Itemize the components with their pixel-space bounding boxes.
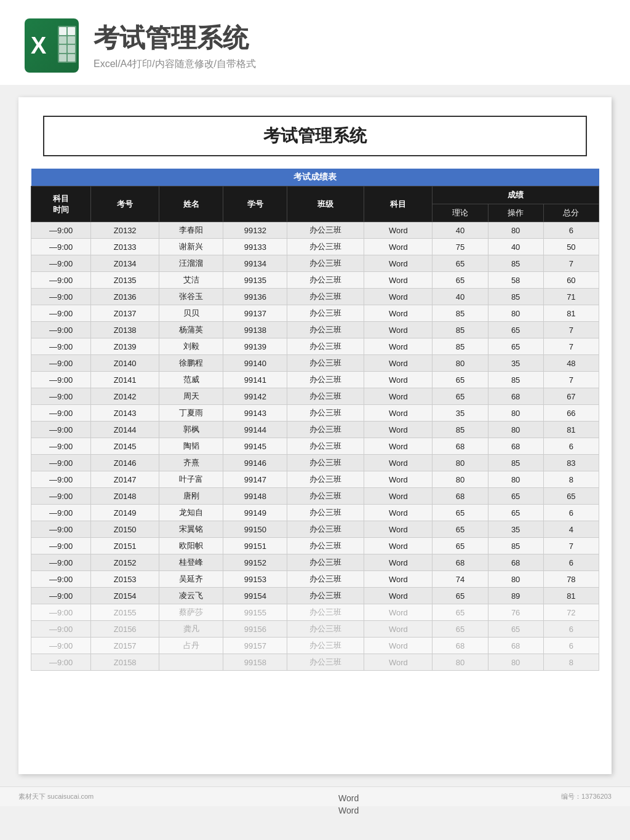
cell-examno: Z0135 — [91, 272, 159, 289]
cell-time: —9:00 — [31, 488, 91, 505]
cell-class: 办公三班 — [287, 272, 364, 289]
cell-class: 办公三班 — [287, 239, 364, 255]
cell-subject: Word — [364, 455, 433, 471]
cell-subject: Word — [364, 538, 433, 554]
cell-theory: 65 — [433, 255, 488, 272]
cell-class: 办公三班 — [287, 554, 364, 571]
cell-operation: 85 — [488, 538, 543, 554]
cell-theory: 85 — [433, 305, 488, 322]
cell-theory: 65 — [433, 588, 488, 604]
cell-examno: Z0141 — [91, 372, 159, 388]
cell-total: 7 — [543, 338, 599, 355]
table-row: —9:00 Z0144 郭枫 99144 办公三班 Word 85 80 81 — [31, 422, 599, 438]
cell-time: —9:00 — [31, 538, 91, 554]
cell-name: 凌云飞 — [159, 588, 223, 604]
app-title: 考试管理系统 — [94, 21, 256, 55]
cell-name: 丁夏雨 — [159, 405, 223, 422]
table-row: —9:00 Z0133 谢新兴 99133 办公三班 Word 75 40 50 — [31, 239, 599, 255]
table-row: —9:00 Z0151 欧阳帜 99151 办公三班 Word 65 85 7 — [31, 538, 599, 554]
cell-class: 办公三班 — [287, 322, 364, 338]
cell-examno: Z0138 — [91, 322, 159, 338]
excel-x-letter: X — [31, 34, 46, 57]
cell-time: —9:00 — [31, 654, 91, 671]
section-title-cell: 考试成绩表 — [31, 169, 599, 186]
cell-operation: 89 — [488, 588, 543, 604]
cell-theory: 74 — [433, 571, 488, 588]
cell-theory: 68 — [433, 638, 488, 654]
cell-subject: Word — [364, 322, 433, 338]
cell-subject: Word — [364, 239, 433, 255]
cell-subject: Word — [364, 505, 433, 521]
cell-subject: Word — [364, 355, 433, 372]
cell-name: 李春阳 — [159, 222, 223, 239]
cell-examno: Z0156 — [91, 621, 159, 638]
cell-total: 8 — [543, 471, 599, 488]
cell-operation: 35 — [488, 355, 543, 372]
cell-name: 汪溜溜 — [159, 255, 223, 272]
cell-total: 6 — [543, 554, 599, 571]
cell-theory: 80 — [433, 355, 488, 372]
table-row: —9:00 Z0150 宋翼铭 99150 办公三班 Word 65 35 4 — [31, 521, 599, 538]
cell-operation: 40 — [488, 239, 543, 255]
cell-class: 办公三班 — [287, 305, 364, 322]
cell-subject: Word — [364, 272, 433, 289]
cell-name: 叶子富 — [159, 471, 223, 488]
cell-class: 办公三班 — [287, 338, 364, 355]
cell-theory: 68 — [433, 554, 488, 571]
cell-name: 宋翼铭 — [159, 521, 223, 538]
excel-icon: X — [25, 18, 79, 73]
cell-studentno: 99145 — [223, 438, 287, 455]
cell-name: 范威 — [159, 372, 223, 388]
cell-examno: Z0147 — [91, 471, 159, 488]
cell-class: 办公三班 — [287, 372, 364, 388]
cell-total: 78 — [543, 571, 599, 588]
cell-studentno: 99137 — [223, 305, 287, 322]
cell-studentno: 99143 — [223, 405, 287, 422]
cell-operation: 80 — [488, 571, 543, 588]
cell-subject: Word — [364, 571, 433, 588]
cell-class: 办公三班 — [287, 289, 364, 305]
cell-name: 陶韬 — [159, 438, 223, 455]
cell-name: 占丹 — [159, 638, 223, 654]
table-row: —9:00 Z0141 范威 99141 办公三班 Word 65 85 7 — [31, 372, 599, 388]
header-text-block: 考试管理系统 Excel/A4打印/内容随意修改/自带格式 — [94, 21, 256, 71]
cell-name: 欧阳帜 — [159, 538, 223, 554]
cell-class: 办公三班 — [287, 538, 364, 554]
cell-examno: Z0132 — [91, 222, 159, 239]
table-row: —9:00 Z0132 李春阳 99132 办公三班 Word 40 80 6 — [31, 222, 599, 239]
cell-subject: Word — [364, 471, 433, 488]
cell-total: 7 — [543, 322, 599, 338]
word-label-2: Word — [338, 806, 359, 815]
cell-theory: 85 — [433, 422, 488, 438]
cell-subject: Word — [364, 422, 433, 438]
cell-studentno: 99144 — [223, 422, 287, 438]
cell-operation: 85 — [488, 372, 543, 388]
cell-studentno: 99149 — [223, 505, 287, 521]
cell-studentno: 99140 — [223, 355, 287, 372]
cell-theory: 85 — [433, 338, 488, 355]
col-theory-header: 理论 — [433, 204, 488, 222]
cell-operation: 80 — [488, 405, 543, 422]
cell-theory: 68 — [433, 438, 488, 455]
cell-subject: Word — [364, 621, 433, 638]
app-subtitle: Excel/A4打印/内容随意修改/自带格式 — [94, 58, 256, 71]
cell-examno: Z0137 — [91, 305, 159, 322]
col-class-header: 班级 — [287, 186, 364, 222]
cell-studentno: 99158 — [223, 654, 287, 671]
cell-class: 办公三班 — [287, 654, 364, 671]
cell-examno: Z0151 — [91, 538, 159, 554]
col-score-group-header: 成绩 — [433, 186, 599, 204]
table-row: —9:00 Z0149 龙知自 99149 办公三班 Word 65 65 6 — [31, 505, 599, 521]
cell-operation: 80 — [488, 305, 543, 322]
cell-studentno: 99152 — [223, 554, 287, 571]
col-operation-header: 操作 — [488, 204, 543, 222]
cell-class: 办公三班 — [287, 571, 364, 588]
word-label-1: Word — [338, 793, 359, 803]
cell-examno: Z0134 — [91, 255, 159, 272]
cell-time: —9:00 — [31, 255, 91, 272]
cell-examno: Z0155 — [91, 604, 159, 621]
cell-name: 杨蒲英 — [159, 322, 223, 338]
cell-operation: 68 — [488, 638, 543, 654]
cell-name: 张谷玉 — [159, 289, 223, 305]
table-row: —9:00 Z0153 吴延齐 99153 办公三班 Word 74 80 78 — [31, 571, 599, 588]
